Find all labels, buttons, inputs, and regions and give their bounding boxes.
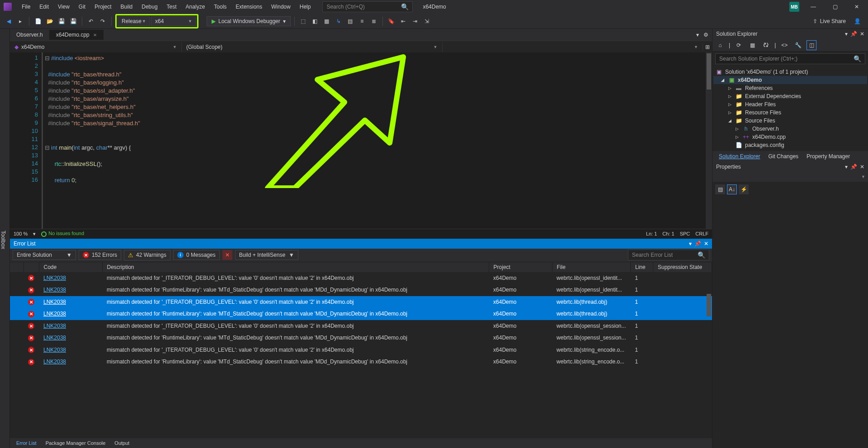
bottom-tab[interactable]: Error List: [13, 439, 40, 447]
document-tab[interactable]: x64Demo.cpp✕: [50, 30, 104, 40]
error-code-link[interactable]: LNK2038: [43, 275, 66, 281]
panel-pin-icon[interactable]: 📌: [850, 31, 857, 37]
lineend-label[interactable]: CRLF: [695, 231, 708, 236]
bottom-tab[interactable]: Output: [111, 439, 133, 447]
panel-close-icon[interactable]: ✕: [860, 164, 864, 170]
menu-window[interactable]: Window: [267, 2, 295, 12]
error-row[interactable]: ✕LNK2038mismatch detected for 'RuntimeLi…: [10, 332, 712, 344]
menu-analyze[interactable]: Analyze: [181, 2, 210, 12]
error-code-link[interactable]: LNK2038: [43, 311, 66, 317]
se-sync-icon[interactable]: ⟳: [734, 40, 744, 50]
error-row[interactable]: ✕LNK2038mismatch detected for 'RuntimeLi…: [10, 308, 712, 320]
properties-combo[interactable]: ▼: [712, 172, 868, 182]
toolbar-btn-9[interactable]: ⇥: [410, 16, 420, 26]
panel-pin-icon[interactable]: 📌: [850, 164, 857, 170]
clear-filters-button[interactable]: ✕: [222, 250, 232, 260]
toolbar-btn-6[interactable]: ≡: [357, 16, 367, 26]
error-code-link[interactable]: LNK2038: [43, 323, 66, 329]
tab-close-icon[interactable]: ✕: [93, 33, 97, 38]
live-share-button[interactable]: ⇪ Live Share 👤: [809, 18, 864, 24]
toolbar-btn-8[interactable]: ⇤: [398, 16, 408, 26]
tree-item[interactable]: ▷📁Resource Files: [713, 108, 867, 117]
platform-combo[interactable]: x64▼: [151, 16, 196, 26]
start-debug-button[interactable]: ▶ Local Windows Debugger ▾: [207, 16, 291, 26]
error-col-header[interactable]: [24, 262, 39, 272]
tree-source-folder[interactable]: ◢ 📁 Source Files: [713, 117, 867, 125]
panel-tab[interactable]: Git Changes: [764, 152, 802, 161]
menu-debug[interactable]: Debug: [137, 2, 162, 12]
expander-icon[interactable]: ▷: [727, 102, 732, 107]
build-config-combo[interactable]: Release▼: [118, 16, 150, 26]
expander-icon[interactable]: ▷: [734, 135, 740, 139]
errors-filter-toggle[interactable]: ✕ 152 Errors: [79, 250, 121, 260]
split-icon[interactable]: ⊞: [703, 44, 712, 50]
expander-icon[interactable]: ▷: [734, 127, 740, 131]
tree-file[interactable]: ▷hObserver.h: [713, 125, 867, 133]
toolbar-btn-5[interactable]: ▤: [345, 16, 355, 26]
error-col-header[interactable]: File: [552, 262, 630, 272]
panel-tab[interactable]: Property Manager: [803, 152, 854, 161]
tree-file[interactable]: ▷++x64Demo.cpp: [713, 133, 867, 141]
se-wrench-icon[interactable]: 🔧: [793, 40, 803, 50]
undo-icon[interactable]: ↶: [86, 16, 96, 26]
fwd-nav-icon[interactable]: ▸: [15, 16, 25, 26]
menu-extensions[interactable]: Extensions: [231, 2, 267, 12]
menu-file[interactable]: File: [17, 2, 35, 12]
toolbar-btn-4[interactable]: ↳: [334, 16, 344, 26]
error-scrollbar[interactable]: [707, 294, 711, 316]
open-icon[interactable]: 📂: [45, 16, 55, 26]
props-events-icon[interactable]: ⚡: [739, 184, 749, 194]
error-row[interactable]: ✕LNK2038mismatch detected for '_ITERATOR…: [10, 320, 712, 332]
expander-icon[interactable]: ▷: [727, 86, 732, 90]
close-button[interactable]: ✕: [849, 1, 864, 13]
nav-scope-combo[interactable]: (Global Scope)▼: [182, 42, 443, 52]
toolbar-btn-2[interactable]: ◧: [310, 16, 320, 26]
se-showall-icon[interactable]: ▦: [747, 40, 757, 50]
panel-pin-icon[interactable]: 📌: [694, 241, 701, 247]
save-all-icon[interactable]: 💾: [68, 16, 78, 26]
panel-dropdown-icon[interactable]: ▾: [845, 31, 848, 37]
menu-project[interactable]: Project: [90, 2, 116, 12]
error-code-link[interactable]: LNK2038: [43, 287, 66, 293]
props-cat-icon[interactable]: ▤: [715, 184, 725, 194]
menu-git[interactable]: Git: [74, 2, 90, 12]
error-row[interactable]: ✕LNK2038mismatch detected for '_ITERATOR…: [10, 272, 712, 284]
error-row[interactable]: ✕LNK2038mismatch detected for 'RuntimeLi…: [10, 284, 712, 296]
redo-icon[interactable]: ↷: [98, 16, 108, 26]
toolbar-btn-7[interactable]: ≣: [369, 16, 379, 26]
menu-tools[interactable]: Tools: [209, 2, 231, 12]
expander-icon[interactable]: ◢: [720, 78, 725, 82]
indent-label[interactable]: SPC: [680, 231, 690, 236]
menu-view[interactable]: View: [53, 2, 74, 12]
tab-dropdown-icon[interactable]: ▾: [696, 32, 699, 38]
save-icon[interactable]: 💾: [57, 16, 66, 26]
new-item-icon[interactable]: 📄: [33, 16, 43, 26]
panel-tab[interactable]: Solution Explorer: [715, 152, 764, 161]
toolbar-btn-3[interactable]: ▦: [322, 16, 332, 26]
error-row[interactable]: ✕LNK2038mismatch detected for 'RuntimeLi…: [10, 356, 712, 368]
bottom-tab[interactable]: Package Manager Console: [42, 439, 109, 447]
solution-explorer-header[interactable]: Solution Explorer ▾ 📌 ✕: [712, 29, 868, 39]
nav-member-combo[interactable]: ▼: [443, 43, 703, 51]
toolbar-btn-10[interactable]: ⇲: [422, 16, 432, 26]
menu-build[interactable]: Build: [116, 2, 137, 12]
properties-header[interactable]: Properties ▾ 📌 ✕: [712, 162, 868, 172]
error-code-link[interactable]: LNK2038: [43, 335, 66, 341]
se-code-icon[interactable]: <>: [779, 40, 789, 50]
se-refresh-icon[interactable]: 🗘: [761, 40, 771, 50]
error-list-header[interactable]: Error List ▾ 📌 ✕: [10, 239, 712, 249]
error-col-header[interactable]: Project: [489, 262, 552, 272]
error-row[interactable]: ✕LNK2038mismatch detected for '_ITERATOR…: [10, 344, 712, 356]
se-home-icon[interactable]: ⌂: [715, 40, 725, 50]
error-col-header[interactable]: [10, 262, 24, 272]
menu-test[interactable]: Test: [162, 2, 181, 12]
menu-help[interactable]: Help: [295, 2, 316, 12]
document-tab[interactable]: Observer.h: [10, 30, 50, 40]
tree-packages-config[interactable]: 📄 packages.config: [713, 141, 867, 149]
back-nav-icon[interactable]: ◀: [4, 16, 14, 26]
toolbox-strip[interactable]: Toolbox: [0, 29, 10, 448]
user-avatar[interactable]: MB: [789, 2, 799, 12]
panel-close-icon[interactable]: ✕: [704, 241, 708, 247]
error-code-link[interactable]: LNK2038: [43, 358, 66, 365]
source-filter-combo[interactable]: Build + IntelliSense▼: [235, 250, 298, 260]
